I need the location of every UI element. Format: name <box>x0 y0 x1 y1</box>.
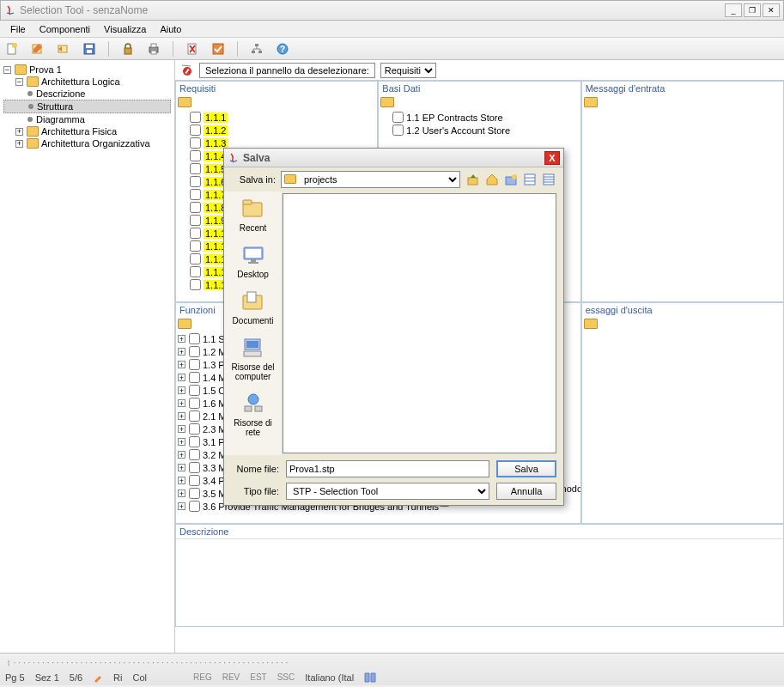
edit-icon[interactable] <box>31 42 45 56</box>
checkbox[interactable] <box>189 462 200 473</box>
list-item[interactable]: 1.1.1 <box>190 111 375 124</box>
lock-icon[interactable] <box>121 42 135 56</box>
collapse-icon[interactable]: − <box>3 66 11 74</box>
checkbox[interactable] <box>190 228 201 239</box>
menu-visualizza[interactable]: Visualizza <box>97 22 153 36</box>
maximize-button[interactable]: ❐ <box>744 3 761 17</box>
checkbox[interactable] <box>189 372 200 383</box>
checkbox[interactable] <box>190 189 201 200</box>
list-item[interactable]: 1.1.2 <box>190 124 375 137</box>
checkbox[interactable] <box>189 385 200 396</box>
checkbox[interactable] <box>190 125 201 136</box>
minimize-button[interactable]: _ <box>725 3 742 17</box>
checkbox[interactable] <box>190 253 201 264</box>
tipo-file-dropdown[interactable]: STP - Selection Tool <box>286 483 489 500</box>
expand-icon[interactable]: + <box>15 140 23 148</box>
help-icon[interactable]: ? <box>276 42 289 56</box>
tree-diagramma[interactable]: Diagramma <box>3 113 171 125</box>
tree-arch-logica[interactable]: − Architettura Logica <box>3 76 171 88</box>
checkbox[interactable] <box>190 176 201 187</box>
checkbox[interactable] <box>189 501 200 512</box>
checkbox[interactable] <box>190 215 201 226</box>
annulla-button[interactable]: Annulla <box>496 483 556 500</box>
print-icon[interactable] <box>147 42 161 56</box>
checkbox[interactable] <box>189 346 200 357</box>
dialog-close-button[interactable]: X <box>544 151 560 165</box>
dialog-file-area[interactable] <box>283 193 556 453</box>
checkbox[interactable] <box>190 279 201 290</box>
expand-icon[interactable]: + <box>178 386 185 394</box>
expand-icon[interactable]: + <box>178 502 185 510</box>
checkbox[interactable] <box>189 475 200 486</box>
descrizione-body[interactable] <box>176 538 783 626</box>
list-view-icon[interactable] <box>522 172 538 187</box>
save-icon[interactable] <box>82 42 96 56</box>
folder-icon[interactable] <box>584 97 598 107</box>
panel-selector-dropdown[interactable]: Requisiti <box>380 63 436 78</box>
expand-icon[interactable]: + <box>178 438 185 446</box>
expand-icon[interactable]: + <box>178 335 185 343</box>
sidebar-desktop[interactable]: Desktop <box>237 243 269 279</box>
deselect-icon[interactable] <box>180 64 194 77</box>
home-icon[interactable] <box>484 172 500 187</box>
up-folder-icon[interactable] <box>465 172 481 187</box>
salva-in-dropdown[interactable]: projects <box>281 171 460 188</box>
tree-root[interactable]: − Prova 1 <box>3 64 171 76</box>
expand-icon[interactable]: + <box>178 361 185 368</box>
expand-icon[interactable]: + <box>178 425 185 433</box>
back-icon[interactable] <box>57 42 70 56</box>
sidebar-rete[interactable]: Risorse di rete <box>226 392 280 437</box>
delete-icon[interactable] <box>185 42 199 56</box>
folder-icon[interactable] <box>178 97 191 107</box>
detail-view-icon[interactable] <box>541 172 556 187</box>
checkbox[interactable] <box>190 266 201 277</box>
expand-icon[interactable]: + <box>178 412 185 420</box>
new-folder-icon[interactable] <box>503 172 519 187</box>
tree-arch-fisica[interactable]: + Architettura Fisica <box>3 125 171 137</box>
new-icon[interactable] <box>5 42 19 56</box>
tree-struttura[interactable]: Struttura <box>3 100 171 113</box>
expand-icon[interactable]: + <box>178 464 185 471</box>
checkbox[interactable] <box>189 333 200 344</box>
menu-componenti[interactable]: Componenti <box>33 22 97 36</box>
checkbox[interactable] <box>392 125 404 136</box>
sidebar-risorse[interactable]: Risorse del computer <box>226 336 280 381</box>
checkbox[interactable] <box>190 112 201 123</box>
menu-aiuto[interactable]: Aiuto <box>153 22 188 36</box>
checkbox[interactable] <box>190 163 201 174</box>
expand-icon[interactable]: + <box>15 128 23 136</box>
sidebar-recent[interactable]: Recent <box>240 197 267 233</box>
expand-icon[interactable]: + <box>178 374 185 381</box>
close-button[interactable]: ✕ <box>763 3 780 17</box>
checkbox[interactable] <box>392 112 404 123</box>
expand-icon[interactable]: + <box>178 477 185 484</box>
checkbox[interactable] <box>190 150 201 161</box>
checkbox[interactable] <box>189 398 200 409</box>
expand-icon[interactable]: + <box>178 451 185 459</box>
salva-button[interactable]: Salva <box>496 460 556 477</box>
sidebar-documenti[interactable]: Documenti <box>233 289 274 325</box>
checkbox[interactable] <box>190 137 201 149</box>
tree-descrizione[interactable]: Descrizione <box>3 88 171 100</box>
folder-icon[interactable] <box>380 97 394 107</box>
hierarchy-icon[interactable] <box>250 42 264 56</box>
checkbox[interactable] <box>189 410 200 422</box>
folder-icon[interactable] <box>584 319 598 329</box>
expand-icon[interactable]: + <box>178 489 185 497</box>
expand-icon[interactable]: + <box>178 348 185 356</box>
checkbox[interactable] <box>190 240 201 252</box>
collapse-icon[interactable]: − <box>15 78 23 86</box>
expand-icon[interactable]: + <box>178 399 185 407</box>
flag-icon[interactable] <box>211 42 225 56</box>
menu-file[interactable]: File <box>3 22 33 36</box>
checkbox[interactable] <box>190 202 201 213</box>
nome-file-input[interactable] <box>286 460 489 477</box>
list-item[interactable]: 1.1 EP Contracts Store <box>392 111 578 124</box>
tree-arch-org[interactable]: + Architettura Organizzativa <box>3 137 171 149</box>
checkbox[interactable] <box>189 449 200 460</box>
checkbox[interactable] <box>189 423 200 435</box>
checkbox[interactable] <box>189 436 200 447</box>
folder-icon[interactable] <box>178 319 191 329</box>
list-item[interactable]: 1.2 User's Account Store <box>392 124 578 137</box>
checkbox[interactable] <box>189 359 200 370</box>
